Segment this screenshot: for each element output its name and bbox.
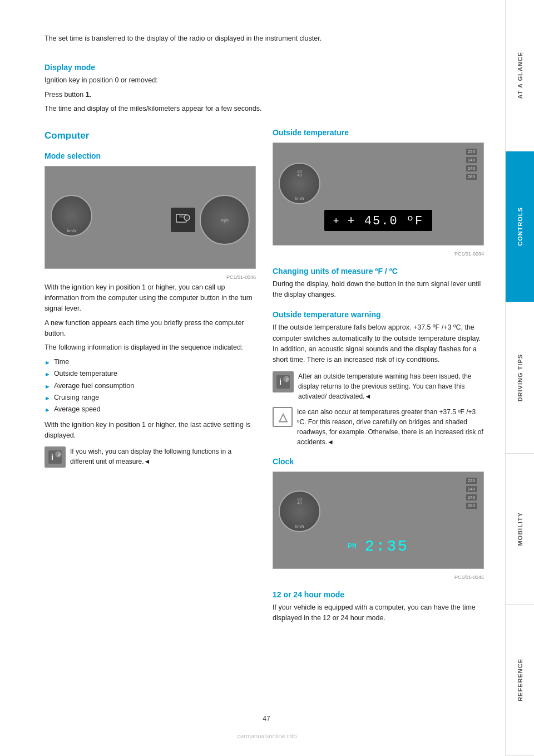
mode-desc1: With the ignition key in position 1 or h…	[44, 282, 256, 315]
outside-temp-note2-text: Ice can also occur at temperatures great…	[297, 407, 484, 447]
bullet-avg-speed: ► Average speed	[44, 404, 256, 415]
sidebar-tab-reference-label: Reference	[517, 659, 523, 701]
sidebar-tab-reference[interactable]: Reference	[506, 605, 535, 756]
clock-time-value: 2:35	[365, 538, 409, 555]
mode-desc3: The following information is displayed i…	[44, 342, 256, 353]
bullet-time: ► Time	[44, 357, 256, 367]
sidebar-tab-at-a-glance-label: At a glance	[517, 52, 523, 99]
bullet-list: ► Time ► Outside temperature ► Average f…	[44, 357, 256, 415]
outside-temp-img-caption: PC1/01-0034	[273, 251, 484, 257]
watermark: carmanualsonline.info	[237, 733, 296, 739]
changing-units-text: During the display, hold down the button…	[273, 279, 484, 301]
outside-temp-value: + + 45.0 ºF	[324, 210, 432, 231]
arrow-icon-avg-speed: ►	[44, 405, 51, 415]
outside-temp-note1-icon: i ☆	[273, 371, 294, 392]
clock-road-gauge: 220140 240 260	[466, 478, 477, 509]
clock-img-caption: PC1/01-0045	[273, 575, 484, 580]
sidebar-tab-mobility-label: Mobility	[517, 512, 523, 546]
sidebar-tab-mobility[interactable]: Mobility	[506, 454, 535, 605]
outside-temp-warning-heading: Outside temperature warning	[273, 310, 484, 319]
mode-desc4: With the ignition key in position 1 or h…	[44, 420, 256, 441]
clock-heading: Clock	[273, 457, 484, 466]
bullet-cruising: ► Cruising range	[44, 392, 256, 403]
arrow-icon-cruising: ►	[44, 394, 51, 403]
display-mode-line3: The time and display of the miles/kilome…	[44, 104, 488, 114]
display-mode-line2: Press button 1.	[44, 90, 488, 100]
mode-sel-img-caption: PC1/01-0046	[44, 274, 256, 280]
clock-left-gauge: 20 40 km/h	[279, 490, 320, 532]
computer-heading: Computer	[44, 130, 256, 141]
svg-text:☆: ☆	[57, 453, 61, 456]
ot-left-gauge: 20 40 km/h	[279, 163, 320, 204]
display-mode-line1: Ignition key in position 0 or removed:	[44, 75, 488, 86]
road-gauge: 220140 240 260	[466, 149, 477, 180]
clock-display: PM 2:35	[348, 538, 409, 555]
intro-text: The set time is transferred to the displ…	[44, 33, 488, 44]
outside-temp-image: 20 40 km/h 220140 240 260 + + 45.0	[273, 143, 484, 246]
sidebar: At a glance Controls Driving tips Mobili…	[505, 0, 534, 756]
arrow-icon-outside-temp: ►	[44, 370, 51, 379]
svg-rect-1	[179, 215, 184, 218]
svg-text:☆: ☆	[285, 377, 289, 381]
hour-mode-text: If your vehicle is equipped with a compu…	[273, 602, 484, 624]
sidebar-tab-driving-tips-label: Driving tips	[517, 354, 523, 401]
svg-text:i: i	[51, 453, 53, 462]
outside-temp-note1: i ☆ After an outside temperature warning…	[273, 371, 484, 401]
display-mode-section: Display mode Ignition key in position 0 …	[44, 53, 488, 117]
right-gauge: mph	[200, 195, 250, 245]
left-gauge: km/h	[51, 195, 92, 237]
outside-temp-note2: △ Ice can also occur at temperatures gre…	[273, 407, 484, 447]
clock-image: 20 40 km/h 220140 240 260 PM	[273, 472, 484, 569]
mode-selection-heading: Mode selection	[44, 151, 256, 160]
arrow-icon-avg-fuel: ►	[44, 382, 51, 391]
outside-temp-warning-text: If the outside temperature falls below a…	[273, 322, 484, 366]
arrow-icon-time: ►	[44, 358, 51, 367]
computer-note-icon: i ☆	[44, 446, 66, 468]
svg-text:☆: ☆	[186, 217, 189, 220]
display-mode-heading: Display mode	[44, 63, 488, 72]
sidebar-tab-at-a-glance[interactable]: At a glance	[506, 0, 535, 151]
svg-text:i: i	[279, 377, 281, 386]
warning-triangle-icon: △	[273, 407, 293, 427]
clock-pm-label: PM	[348, 542, 357, 551]
outside-temp-note1-text: After an outside temperature warning has…	[298, 371, 484, 401]
hour-mode-heading: 12 or 24 hour mode	[273, 590, 484, 599]
mode-desc2: A new function appears each time you bri…	[44, 318, 256, 340]
sidebar-tab-driving-tips[interactable]: Driving tips	[506, 302, 535, 454]
outside-temp-heading: Outside temperature	[273, 128, 484, 137]
page-number: 47	[44, 698, 488, 723]
computer-note: i ☆ If you wish, you can display the fol…	[44, 446, 256, 468]
bullet-avg-fuel: ► Average fuel consumption	[44, 381, 256, 391]
mode-selection-image: km/h ☆	[44, 166, 256, 269]
sidebar-tab-controls-label: Controls	[517, 207, 523, 246]
computer-note-text: If you wish, you can display the followi…	[70, 446, 256, 467]
bullet-outside-temp: ► Outside temperature	[44, 369, 256, 379]
sidebar-tab-controls[interactable]: Controls	[506, 151, 535, 303]
changing-units-heading: Changing units of measure ºF / ºC	[273, 267, 484, 276]
